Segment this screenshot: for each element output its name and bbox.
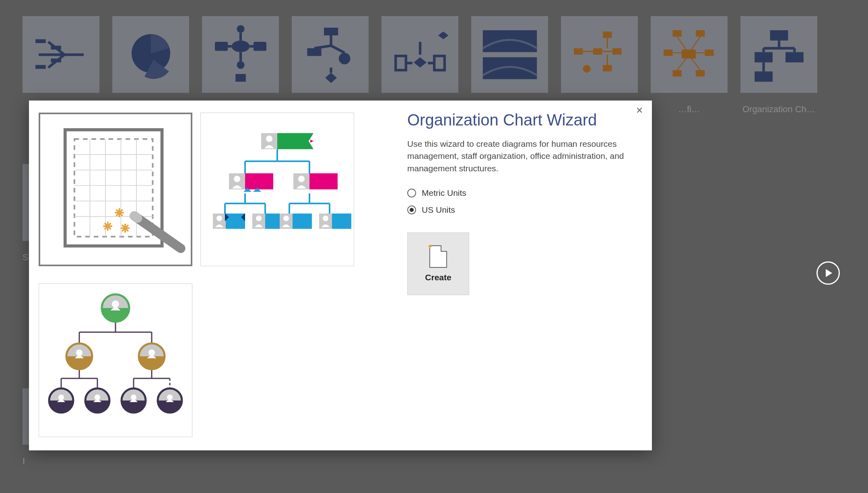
dialog-description: Use this wizard to create diagrams for h… [407,138,636,175]
radio-label: US Units [422,205,455,215]
preview-blank-wizard[interactable] [39,113,192,266]
org-chart-belt-icon [39,284,192,437]
radio-label: Metric Units [422,188,466,198]
svg-point-150 [148,349,155,356]
svg-point-156 [95,394,100,400]
svg-point-109 [234,176,240,182]
sparkle-icon: ✦ [427,242,433,251]
svg-point-159 [131,394,136,400]
new-document-icon: ✦ [429,245,447,268]
close-icon[interactable]: ✕ [633,105,646,117]
svg-rect-115 [309,173,338,189]
svg-rect-110 [245,173,273,189]
next-arrow-button[interactable] [816,261,840,285]
preview-org-chart-belt[interactable] [39,283,192,437]
svg-rect-126 [293,214,312,229]
create-button-label: Create [425,273,451,282]
org-chart-color-icon [201,113,354,266]
create-button[interactable]: ✦ Create [407,232,469,295]
svg-point-125 [283,216,289,221]
svg-marker-106 [277,133,313,149]
dialog-title: Organization Chart Wizard [407,111,636,129]
units-metric-radio[interactable]: Metric Units [407,188,636,198]
svg-marker-107 [310,140,313,143]
template-preview-grid [29,101,399,450]
svg-point-153 [58,394,64,400]
svg-point-144 [112,300,119,308]
units-us-radio[interactable]: US Units [407,205,636,215]
radio-icon [407,205,416,214]
svg-point-114 [298,176,305,182]
svg-point-147 [76,349,82,356]
svg-point-128 [323,216,328,221]
svg-point-105 [266,136,272,142]
svg-point-162 [167,394,173,400]
svg-point-117 [216,216,222,221]
svg-point-122 [256,216,262,221]
preview-org-chart-color[interactable] [200,113,354,266]
svg-rect-118 [226,214,245,229]
svg-rect-129 [332,214,351,229]
org-chart-wizard-dialog: ✕ [29,101,652,450]
wizard-blank-icon [42,116,189,263]
radio-icon [407,189,416,197]
dialog-info-panel: Organization Chart Wizard Use this wizar… [399,101,652,450]
